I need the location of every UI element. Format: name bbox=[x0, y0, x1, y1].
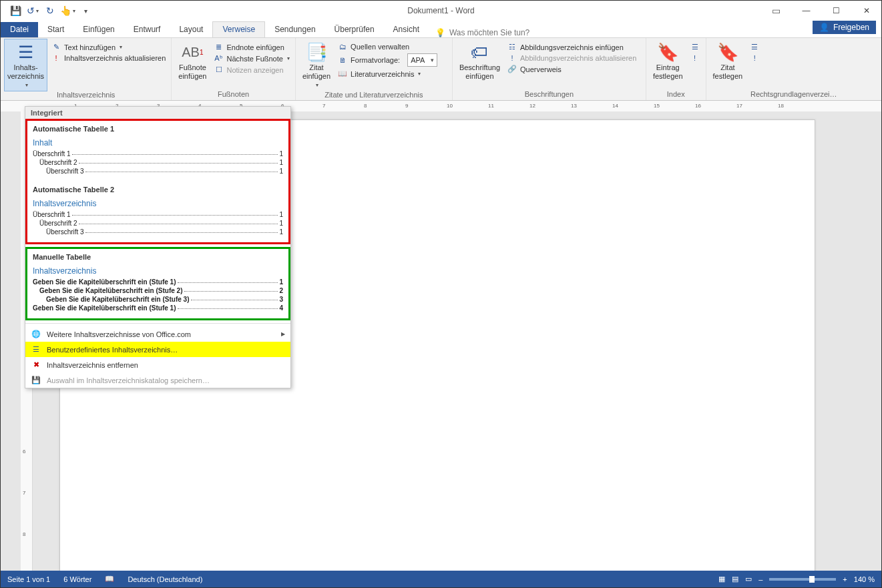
tab-review[interactable]: Überprüfen bbox=[325, 22, 384, 37]
group-index-label: Index bbox=[650, 90, 702, 100]
save-selection-toc-button: 💾 Auswahl im Inhaltsverzeichniskatalog s… bbox=[25, 372, 290, 388]
status-words[interactable]: 6 Wörter bbox=[57, 575, 98, 583]
save-button[interactable]: 💾 bbox=[7, 3, 23, 19]
zoom-level[interactable]: 140 % bbox=[854, 575, 875, 583]
citation-style-select[interactable]: APA bbox=[407, 53, 437, 67]
share-button[interactable]: 👤 Freigeben bbox=[813, 21, 876, 34]
insert-caption-label: Beschriftung einfügen bbox=[459, 63, 500, 81]
tell-me-search[interactable]: 💡 Was möchten Sie tun? bbox=[435, 28, 529, 37]
view-print-layout-button[interactable]: ▤ bbox=[732, 575, 738, 583]
mark-index-entry-label: Eintrag festlegen bbox=[653, 63, 683, 81]
show-notes-label: Notizen anzeigen bbox=[227, 66, 284, 74]
tab-start[interactable]: Start bbox=[38, 22, 73, 37]
tab-mailings[interactable]: Sendungen bbox=[265, 22, 324, 37]
save-selection-icon: 💾 bbox=[31, 376, 41, 384]
ruler-tick: 17 bbox=[736, 103, 742, 109]
view-read-mode-button[interactable]: ▦ bbox=[718, 575, 725, 583]
toc-style-auto2-title: Automatische Tabelle 2 bbox=[33, 186, 283, 194]
minimize-button[interactable]: — bbox=[791, 1, 821, 21]
insert-authorities-icon: ☰ bbox=[749, 43, 760, 51]
tab-layout[interactable]: Layout bbox=[170, 22, 212, 37]
ribbon-display-options-button[interactable]: ▭ bbox=[761, 1, 791, 21]
remove-toc-label: Inhaltsverzeichnis entfernen bbox=[47, 361, 138, 369]
manage-sources-icon: 🗂 bbox=[337, 43, 348, 51]
style-value: APA bbox=[411, 56, 425, 64]
toc-preview-line: Geben Sie die Kapitelüberschrift ein (St… bbox=[33, 304, 283, 312]
ruler-tick: 7 bbox=[322, 103, 325, 109]
toc-style-manual-caption: Inhaltsverzeichnis bbox=[33, 266, 283, 276]
maximize-button[interactable]: ☐ bbox=[821, 1, 851, 21]
insert-endnote-label: Endnote einfügen bbox=[227, 43, 284, 51]
cross-reference-button[interactable]: 🔗Querverweis bbox=[505, 64, 638, 74]
remove-toc-button[interactable]: ✖ Inhaltsverzeichnis entfernen bbox=[25, 357, 290, 372]
ruler-tick: 10 bbox=[447, 103, 453, 109]
manage-sources-button[interactable]: 🗂Quellen verwalten bbox=[336, 42, 439, 51]
tab-view[interactable]: Ansicht bbox=[384, 22, 429, 37]
more-toc-office-label: Weitere Inhaltsverzeichnisse von Office.… bbox=[47, 330, 191, 338]
add-text-button[interactable]: ✎Text hinzufügen▾ bbox=[49, 42, 167, 52]
share-icon: 👤 bbox=[819, 23, 829, 32]
save-selection-label: Auswahl im Inhaltsverzeichniskatalog spe… bbox=[47, 376, 210, 384]
tab-insert[interactable]: Einfügen bbox=[73, 22, 124, 37]
insert-index-button[interactable]: ☰ bbox=[688, 42, 702, 52]
close-button[interactable]: ✕ bbox=[851, 1, 881, 21]
citation-icon: 📑 bbox=[306, 41, 327, 63]
bibliography-button[interactable]: 📖Literaturverzeichnis▾ bbox=[336, 69, 439, 79]
tab-references[interactable]: Verweise bbox=[212, 21, 265, 38]
toc-preview-line: Geben Sie die Kapitelüberschrift ein (St… bbox=[33, 278, 283, 286]
bibliography-label: Literaturverzeichnis bbox=[351, 70, 414, 78]
gallery-header: Integriert bbox=[25, 107, 290, 119]
zoom-in-button[interactable]: + bbox=[843, 575, 847, 583]
toc-style-auto2[interactable]: Automatische Tabelle 2 Inhaltsverzeichni… bbox=[27, 182, 288, 242]
ruler-tick: 13 bbox=[571, 103, 577, 109]
group-captions: 🏷 Beschriftung einfügen ☷Abbildungsverze… bbox=[453, 38, 646, 100]
bibliography-icon: 📖 bbox=[337, 69, 348, 78]
show-notes-icon: ☐ bbox=[214, 65, 224, 74]
toc-button-label: Inhalts- verzeichnis bbox=[7, 63, 44, 81]
update-figure-index-button[interactable]: !Abbildungsverzeichnis aktualisieren bbox=[505, 53, 638, 63]
status-language[interactable]: Deutsch (Deutschland) bbox=[121, 575, 209, 583]
vruler-tick: 8 bbox=[23, 531, 25, 537]
view-web-layout-button[interactable]: ▭ bbox=[745, 575, 752, 583]
group-citations: 📑 Zitat einfügen▾ 🗂Quellen verwalten 🗎Fo… bbox=[296, 38, 453, 100]
toc-style-manual[interactable]: Manuelle Tabelle Inhaltsverzeichnis Gebe… bbox=[27, 249, 288, 318]
insert-footnote-button[interactable]: AB1 Fußnote einfügen bbox=[176, 39, 209, 82]
toc-gallery-dropdown: Integriert Automatische Tabelle 1 Inhalt… bbox=[25, 106, 291, 388]
ruler-tick: 9 bbox=[405, 103, 408, 109]
update-toc-button[interactable]: !Inhaltsverzeichnis aktualisieren bbox=[49, 53, 167, 63]
vruler-tick: 6 bbox=[23, 449, 25, 455]
redo-button[interactable]: ↻ bbox=[42, 3, 58, 19]
chevron-right-icon: ▶ bbox=[281, 331, 285, 337]
zoom-out-button[interactable]: – bbox=[758, 575, 762, 583]
insert-endnote-button[interactable]: ≣Endnote einfügen bbox=[212, 42, 291, 52]
toc-style-auto1[interactable]: Automatische Tabelle 1 Inhalt Überschrif… bbox=[27, 121, 288, 182]
insert-caption-button[interactable]: 🏷 Beschriftung einfügen bbox=[457, 39, 503, 82]
insert-citation-button[interactable]: 📑 Zitat einfügen▾ bbox=[300, 39, 333, 91]
update-authorities-button[interactable]: ! bbox=[748, 53, 761, 63]
insert-figure-index-label: Abbildungsverzeichnis einfügen bbox=[520, 43, 624, 51]
update-index-icon: ! bbox=[690, 54, 700, 62]
next-footnote-button[interactable]: AᵇNächste Fußnote▾ bbox=[212, 53, 291, 63]
lightbulb-icon: 💡 bbox=[435, 28, 445, 37]
toc-button[interactable]: ☰ Inhalts- verzeichnis▾ bbox=[5, 39, 47, 91]
zoom-slider[interactable] bbox=[769, 578, 836, 581]
show-notes-button[interactable]: ☐Notizen anzeigen bbox=[212, 65, 291, 75]
window-title: Dokument1 - Word bbox=[407, 6, 474, 15]
tab-file[interactable]: Datei bbox=[1, 22, 38, 37]
toc-preview-line: Überschrift 11 bbox=[33, 211, 283, 218]
mark-index-entry-button[interactable]: 🔖 Eintrag festlegen bbox=[650, 39, 686, 82]
group-citations-label: Zitate und Literaturverzeichnis bbox=[300, 91, 448, 101]
add-text-icon: ✎ bbox=[51, 43, 61, 51]
status-page[interactable]: Seite 1 von 1 bbox=[1, 575, 57, 583]
more-toc-office-button[interactable]: 🌐 Weitere Inhaltsverzeichnisse von Offic… bbox=[25, 326, 290, 342]
insert-figure-index-button[interactable]: ☷Abbildungsverzeichnis einfügen bbox=[505, 42, 638, 52]
mark-citation-button[interactable]: 🔖 Zitat festlegen bbox=[710, 39, 746, 82]
undo-button[interactable]: ↺▾ bbox=[25, 3, 41, 19]
insert-authorities-button[interactable]: ☰ bbox=[748, 42, 761, 52]
status-spellcheck-icon[interactable]: 📖 bbox=[98, 575, 121, 583]
touch-mode-button[interactable]: 👆▾ bbox=[59, 3, 75, 19]
update-index-button[interactable]: ! bbox=[688, 53, 702, 63]
custom-toc-button[interactable]: ☰ Benutzerdefiniertes Inhaltsverzeichnis… bbox=[25, 342, 290, 357]
qat-customize-button[interactable]: ▾ bbox=[77, 3, 93, 19]
tab-design[interactable]: Entwurf bbox=[124, 22, 170, 37]
